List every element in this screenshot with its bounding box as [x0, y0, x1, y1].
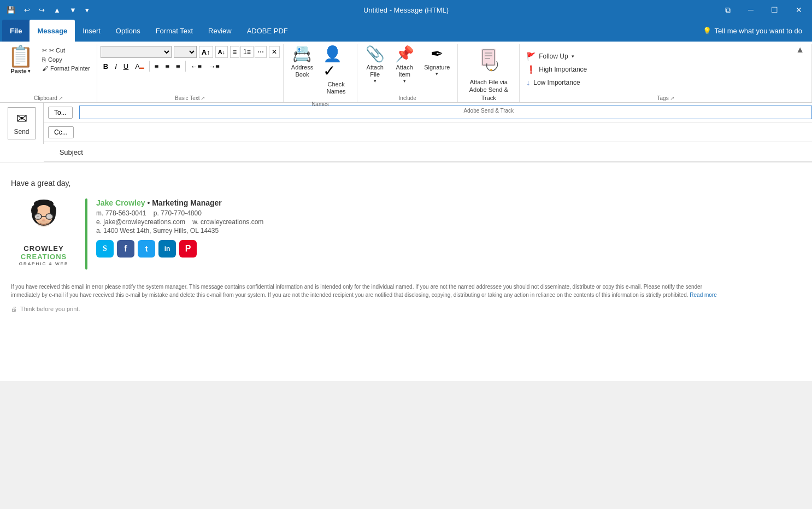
- cc-button[interactable]: Cc...: [48, 126, 74, 138]
- check-names-button[interactable]: 👤✓ CheckNames: [319, 44, 354, 97]
- facebook-link[interactable]: f: [117, 240, 134, 258]
- align-center-button[interactable]: ≡: [162, 60, 172, 72]
- decrease-indent-button[interactable]: ←≡: [188, 60, 205, 72]
- qat-dropdown-icon[interactable]: ▾: [83, 5, 91, 15]
- to-button[interactable]: To...: [48, 107, 73, 119]
- underline-button[interactable]: U: [121, 60, 131, 72]
- paste-button[interactable]: 📋 Paste ▾: [3, 44, 38, 77]
- numbered-list-button[interactable]: 1≡: [240, 46, 254, 58]
- signature-email-web: e. jake@crowleycreations.com w. crowleyc…: [96, 218, 796, 226]
- signature-address: a. 1400 West 14th, Surrey Hills, OL 1443…: [96, 227, 796, 235]
- attach-file-icon: 📎: [366, 46, 385, 63]
- increase-indent-button[interactable]: →≡: [205, 60, 222, 72]
- cc-input[interactable]: [80, 126, 812, 138]
- ribbon-group-adobe: Attach File viaAdobe Send & Track Adobe …: [458, 44, 520, 102]
- signature-phone: m. 778-563-0041 p. 770-770-4800: [96, 209, 796, 217]
- read-more-link[interactable]: Read more: [690, 292, 716, 298]
- menu-options[interactable]: Options: [108, 20, 148, 42]
- linkedin-link[interactable]: in: [158, 240, 176, 258]
- title-bar: 💾 ↩ ↪ ▲ ▼ ▾ Untitled - Message (HTML) ⧉ …: [0, 0, 812, 20]
- adobe-send-track-label: Attach File viaAdobe Send & Track: [467, 78, 510, 102]
- close-button[interactable]: ✕: [790, 3, 808, 16]
- align-right-button[interactable]: ≡: [173, 60, 183, 72]
- high-importance-button[interactable]: ❗ High Importance: [523, 64, 590, 75]
- bold-button[interactable]: B: [101, 60, 111, 72]
- menu-format-text[interactable]: Format Text: [148, 20, 201, 42]
- tell-me-bar[interactable]: 💡 Tell me what you want to do: [695, 20, 810, 42]
- ribbon: 📋 Paste ▾ ✂ ✂ Cut ⎘ Copy 🖌 Format: [0, 42, 812, 103]
- to-input[interactable]: [79, 106, 812, 119]
- clipboard-expand-icon[interactable]: ↗: [58, 95, 63, 101]
- signature-name: Jake Crowley • Marketing Manager: [96, 198, 796, 207]
- clipboard-label: Clipboard ↗: [3, 93, 93, 102]
- subject-input[interactable]: [87, 145, 812, 158]
- increase-font-button[interactable]: A↑: [199, 46, 213, 58]
- names-content: 📇 AddressBook 👤✓ CheckNames: [287, 44, 354, 100]
- signature-logo: + CROWLEY CREATIONS GRAPHIC & WEB: [11, 198, 77, 266]
- cut-icon: ✂: [42, 47, 47, 54]
- logo-text-creations: CREATIONS: [21, 253, 67, 261]
- menu-review[interactable]: Review: [201, 20, 239, 42]
- signature-icon: ✒: [431, 46, 443, 63]
- ribbon-group-clipboard: 📋 Paste ▾ ✂ ✂ Cut ⎘ Copy 🖌 Format: [0, 44, 97, 102]
- signature-button[interactable]: ✒ Signature▾: [420, 44, 454, 79]
- logo-graphic: +: [19, 198, 68, 242]
- maximize-button[interactable]: ☐: [766, 3, 784, 16]
- clear-format-button[interactable]: ✕: [269, 46, 280, 58]
- format-row: B I U A▬ ≡ ≡ ≡ ←≡ →≡: [101, 60, 222, 72]
- include-content: 📎 AttachFile▾ 📌 AttachItem▾ ✒ Signature▾: [361, 44, 454, 93]
- attach-file-button[interactable]: 📎 AttachFile▾: [361, 44, 389, 86]
- paste-dropdown-icon: ▾: [28, 68, 31, 74]
- follow-up-button[interactable]: 🚩 Follow Up ▾: [523, 51, 577, 62]
- email-form: ✉ Send To... Cc... S: [0, 103, 812, 162]
- subject-label: Subject: [60, 148, 83, 156]
- decrease-font-button[interactable]: A↓: [215, 46, 228, 58]
- bullet-list-button[interactable]: ≡: [230, 46, 239, 58]
- menu-file[interactable]: File: [2, 20, 30, 42]
- font-family-select[interactable]: [101, 46, 172, 58]
- address-book-button[interactable]: 📇 AddressBook: [287, 44, 317, 80]
- basic-text-expand-icon[interactable]: ↗: [201, 95, 205, 101]
- redo-icon[interactable]: ↪: [37, 5, 47, 15]
- signature-social-links: S f t in P: [96, 240, 796, 258]
- format-painter-button[interactable]: 🖌 Format Painter: [39, 64, 93, 73]
- list-dropdown-button[interactable]: ⋯: [255, 46, 267, 58]
- ribbon-group-tags: 🚩 Follow Up ▾ ❗ High Importance ↓ Low Im…: [520, 44, 812, 102]
- svg-point-5: [490, 69, 492, 71]
- attach-item-button[interactable]: 📌 AttachItem▾: [390, 44, 419, 86]
- twitter-link[interactable]: t: [138, 240, 155, 258]
- font-color-button[interactable]: A▬: [132, 60, 147, 72]
- align-left-button[interactable]: ≡: [152, 60, 162, 72]
- menu-insert[interactable]: Insert: [75, 20, 108, 42]
- up-icon[interactable]: ▲: [51, 5, 63, 15]
- menu-message[interactable]: Message: [30, 20, 75, 42]
- message-body[interactable]: Have a great day,: [0, 162, 812, 381]
- ribbon-collapse-button[interactable]: ▲: [792, 44, 808, 56]
- adobe-send-track-button[interactable]: Attach File viaAdobe Send & Track: [461, 44, 516, 104]
- pinterest-link[interactable]: P: [179, 240, 197, 258]
- high-importance-icon: ❗: [526, 65, 536, 74]
- restore-button[interactable]: ⧉: [720, 3, 736, 17]
- italic-button[interactable]: I: [112, 60, 120, 72]
- tags-expand-icon[interactable]: ↗: [670, 95, 674, 101]
- down-icon[interactable]: ▼: [67, 5, 79, 15]
- email-content-area: Have a great day,: [0, 162, 812, 506]
- low-importance-button[interactable]: ↓ Low Importance: [523, 77, 583, 88]
- undo-icon[interactable]: ↩: [22, 5, 32, 15]
- include-label: Include: [361, 93, 454, 102]
- logo-text-crowley: CROWLEY: [23, 244, 63, 253]
- minimize-button[interactable]: ─: [743, 3, 759, 16]
- save-icon[interactable]: 💾: [4, 5, 17, 15]
- send-button[interactable]: ✉ Send: [8, 107, 35, 139]
- menu-bar: File Message Insert Options Format Text …: [0, 20, 812, 42]
- skype-link[interactable]: S: [96, 240, 114, 258]
- clipboard-content: 📋 Paste ▾ ✂ ✂ Cut ⎘ Copy 🖌 Format: [3, 44, 93, 93]
- format-separator: [149, 61, 150, 72]
- svg-rect-0: [481, 49, 496, 66]
- window-controls: ⧉ ─ ☐ ✕: [720, 3, 808, 17]
- cut-button[interactable]: ✂ ✂ Cut: [39, 46, 93, 55]
- menu-adobe-pdf[interactable]: ADOBE PDF: [239, 20, 296, 42]
- font-row: A↑ A↓ ≡ 1≡ ⋯ ✕: [101, 46, 280, 58]
- font-size-select[interactable]: [174, 46, 197, 58]
- copy-button[interactable]: ⎘ Copy: [39, 55, 93, 64]
